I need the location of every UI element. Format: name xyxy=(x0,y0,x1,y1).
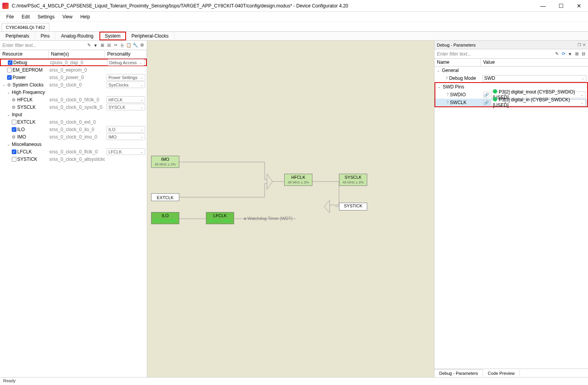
label-swd-pins: SWD Pins xyxy=(443,84,464,90)
block-ilo[interactable]: ILO 40 kHz ± 50% xyxy=(151,212,179,224)
row-em-eeprom[interactable]: EM_EEPROM srss_0_eeprom_0 xyxy=(0,66,147,74)
row-miscellaneous[interactable]: ⌄Miscellaneous xyxy=(0,140,147,148)
personality-imo[interactable]: IMO⌄ xyxy=(106,133,145,140)
chevron-down-icon[interactable]: ⌄ xyxy=(2,83,6,87)
checkbox-ilo[interactable]: ✓ xyxy=(12,127,16,132)
row-input[interactable]: ⌄Input xyxy=(0,111,147,118)
row-high-frequency[interactable]: ⌄High Frequency xyxy=(0,88,147,96)
menu-help[interactable]: Help xyxy=(76,13,94,21)
checkbox-lfclk[interactable]: ✓ xyxy=(12,149,16,154)
expand-icon[interactable]: ⊞ xyxy=(574,51,580,57)
personality-lfclk[interactable]: LFCLK⌄ xyxy=(106,148,145,155)
help-icon[interactable]: ? xyxy=(446,100,449,105)
tool1-icon[interactable]: 🔧 xyxy=(132,42,139,49)
block-lfclk[interactable]: LFCLK 40 kHz ± 50% xyxy=(206,212,234,224)
collapse-icon[interactable]: ⊟ xyxy=(106,42,112,49)
row-systick[interactable]: SYSTICK srss_0_clock_0_altsystickclk_0 xyxy=(0,155,147,163)
paste-icon[interactable]: 📋 xyxy=(126,42,132,49)
checkbox-eeprom[interactable] xyxy=(7,68,12,72)
block-sysclk[interactable]: SYSCLK 48 MHz ± 2% xyxy=(339,174,367,186)
refresh-icon[interactable]: ⟳ xyxy=(560,51,566,57)
link-icon[interactable]: 🔗 xyxy=(483,92,489,98)
filter-icon[interactable]: ▼ xyxy=(567,51,573,57)
checkbox-power[interactable]: ✓ xyxy=(7,75,12,80)
label-debug-mode: Debug Mode xyxy=(449,76,476,81)
swclk-select[interactable]: P3[3] digital_in (CYBSP_SWDCK) [USED]⌄ xyxy=(491,99,586,106)
menu-edit[interactable]: Edit xyxy=(18,13,34,21)
clear-filter-icon[interactable]: ✎ xyxy=(554,51,560,57)
chevron-down-icon[interactable]: ⌄ xyxy=(6,113,11,117)
tab-system[interactable]: System xyxy=(99,32,126,40)
block-systick[interactable]: SYSTICK xyxy=(339,203,367,210)
checkbox-extclk[interactable] xyxy=(12,120,16,124)
label-wdt: Watchdog Timer (WDT) xyxy=(247,216,292,221)
help-icon[interactable]: ? xyxy=(446,76,448,81)
parameters-filter-input[interactable] xyxy=(435,50,552,58)
expand-icon[interactable]: ⊞ xyxy=(99,42,105,49)
row-ilo[interactable]: ✓ILO srss_0_clock_0_ilo_0 ILO⌄ xyxy=(0,126,147,133)
tab-analog-routing[interactable]: Analog-Routing xyxy=(56,32,99,40)
parameters-panel: Debug - Parameters ❐ ✕ ✎ ⟳ ▼ ⊞ ⊟ Name Va… xyxy=(435,41,588,377)
debug-mode-select[interactable]: SWD⌄ xyxy=(482,75,586,82)
row-system-clocks[interactable]: ⌄⚙System Clocks srss_0_clock_0 SysClocks… xyxy=(0,81,147,88)
personality-sysclk[interactable]: SYSCLK⌄ xyxy=(106,104,145,110)
block-imo[interactable]: IMO 48 MHz ± 2% xyxy=(151,156,179,168)
name-ilo: srss_0_clock_0_ilo_0 xyxy=(49,127,105,132)
collapse-icon[interactable]: ⊟ xyxy=(580,51,586,57)
row-extclk[interactable]: EXTCLK srss_0_clock_0_ext_0 xyxy=(0,118,147,126)
personality-hfclk[interactable]: HFCLK⌄ xyxy=(106,96,145,103)
col-personality: Personality xyxy=(105,50,147,58)
row-power[interactable]: ✓Power srss_0_power_0 Power Settings⌄ xyxy=(0,74,147,81)
help-icon[interactable]: ? xyxy=(446,92,449,97)
tool2-icon[interactable]: ⚙ xyxy=(139,42,145,49)
tab-peripheral-clocks[interactable]: Peripheral-Clocks xyxy=(126,32,175,40)
tab-peripherals[interactable]: Peripherals xyxy=(0,32,35,40)
personality-sysclocks[interactable]: SysClocks⌄ xyxy=(106,81,145,88)
row-debug[interactable]: ✓Debug cpuss_0_dap_0 Debug Access⌄ xyxy=(0,59,147,66)
minimize-button[interactable]: — xyxy=(534,0,552,12)
checkbox-debug[interactable]: ✓ xyxy=(8,60,13,65)
device-tab[interactable]: CY8C4046LQI-T452 xyxy=(2,23,49,31)
chevron-down-icon[interactable]: ⌄ xyxy=(436,68,441,72)
row-sysclk[interactable]: ⚙SYSCLK srss_0_clock_0_sysclk_0 SYSCLK⌄ xyxy=(0,103,147,111)
personality-ilo[interactable]: ILO⌄ xyxy=(106,126,145,133)
chevron-down-icon[interactable]: ⌄ xyxy=(6,90,11,94)
filter-icon[interactable]: ▼ xyxy=(92,42,99,49)
tab-pins[interactable]: Pins xyxy=(35,32,56,40)
param-debug-mode[interactable]: ?Debug Mode SWD⌄ xyxy=(435,74,588,82)
menu-settings[interactable]: Settings xyxy=(34,13,58,21)
param-swclk[interactable]: ?SWCLK 🔗 P3[3] digital_in (CYBSP_SWDCK) … xyxy=(435,99,587,106)
menu-file[interactable]: File xyxy=(2,13,18,21)
tab-code-preview[interactable]: Code Preview xyxy=(483,370,519,377)
label-hfclk: HFCLK xyxy=(17,97,32,103)
label-debug: Debug xyxy=(13,60,27,65)
group-general[interactable]: ⌄General xyxy=(435,67,588,74)
row-lfclk[interactable]: ✓LFCLK srss_0_clock_0_lfclk_0 LFCLK⌄ xyxy=(0,148,147,155)
block-hfclk[interactable]: HFCLK 48 MHz ± 2% xyxy=(284,174,312,186)
cut-icon[interactable]: ✂ xyxy=(112,42,119,49)
copy-icon[interactable]: ⎘ xyxy=(119,42,125,49)
resource-filter-input[interactable] xyxy=(0,41,84,50)
status-bar: Ready xyxy=(0,377,588,385)
menu-view[interactable]: View xyxy=(58,13,76,21)
block-extclk[interactable]: EXTCLK xyxy=(151,193,179,201)
clock-diagram-canvas[interactable]: IMO 48 MHz ± 2% EXTCLK HFCLK 48 MHz ± 2%… xyxy=(147,41,435,377)
row-imo[interactable]: ⚙IMO srss_0_clock_0_imo_0 IMO⌄ xyxy=(0,133,147,140)
label-general: General xyxy=(442,68,459,73)
chevron-down-icon[interactable]: ⌄ xyxy=(437,85,442,89)
status-dot-icon xyxy=(493,89,497,94)
personality-power[interactable]: Power Settings⌄ xyxy=(106,74,145,81)
maximize-button[interactable]: ☐ xyxy=(552,0,570,12)
restore-panel-icon[interactable]: ❐ xyxy=(577,43,581,47)
label-eeprom: EM_EEPROM xyxy=(13,67,43,73)
clear-filter-icon[interactable]: ✎ xyxy=(86,42,92,49)
row-hfclk[interactable]: ⚙HFCLK srss_0_clock_0_hfclk_0 HFCLK⌄ xyxy=(0,96,147,103)
close-panel-icon[interactable]: ✕ xyxy=(583,43,586,47)
personality-debug[interactable]: Debug Access⌄ xyxy=(107,59,144,66)
close-button[interactable]: ✕ xyxy=(570,0,588,12)
block-imo-title: IMO xyxy=(152,156,179,162)
chevron-down-icon[interactable]: ⌄ xyxy=(6,142,11,146)
link-icon[interactable]: 🔗 xyxy=(483,99,489,106)
tab-debug-parameters[interactable]: Debug - Parameters xyxy=(435,369,483,377)
checkbox-systick[interactable] xyxy=(12,157,16,162)
